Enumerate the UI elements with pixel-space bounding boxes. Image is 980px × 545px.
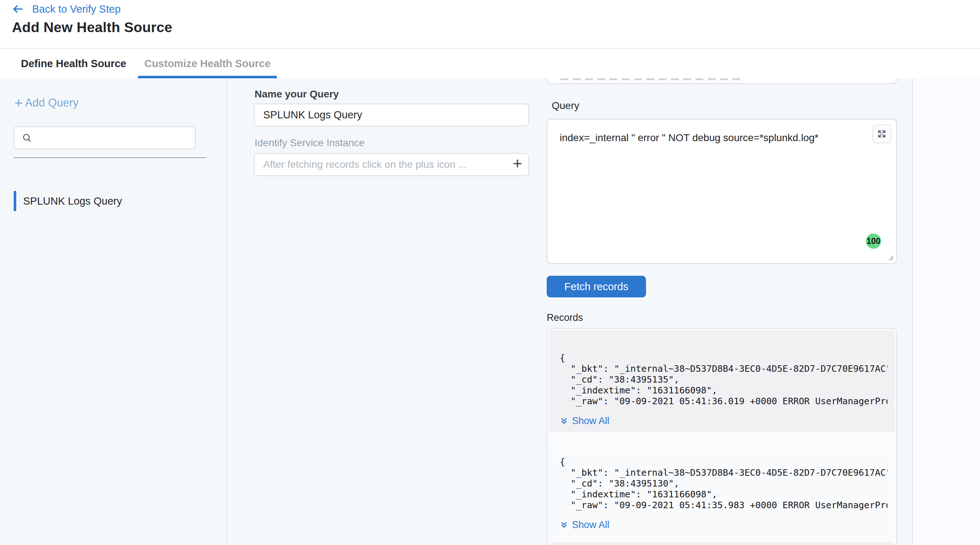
tab-label: Customize Health Source	[145, 58, 271, 70]
service-instance-field: +	[254, 153, 529, 176]
identify-service-instance-label: Identify Service Instance	[255, 137, 365, 149]
sidebar-item-label: SPLUNK Logs Query	[23, 195, 122, 207]
records-list: { "_bkt": "_internal~38~D537D8B4-3EC0-4D…	[549, 330, 895, 545]
right-margin-strip	[913, 78, 980, 545]
show-all-link[interactable]: Show All	[560, 415, 888, 427]
page-title: Add New Health Source	[12, 19, 172, 35]
sidebar-divider	[14, 157, 206, 158]
back-link-label: Back to Verify Step	[32, 3, 121, 15]
double-chevron-down-icon	[560, 521, 568, 529]
selected-indicator-bar	[14, 191, 16, 211]
record-count-badge: 100	[866, 234, 881, 249]
expand-query-button[interactable]	[872, 124, 891, 143]
record-json: { "_bkt": "_internal~38~D537D8B4-3EC0-4D…	[560, 353, 888, 407]
records-label: Records	[547, 312, 583, 323]
tab-label: Define Health Source	[21, 58, 126, 70]
query-list: SPLUNK Logs Query	[0, 189, 226, 213]
plus-icon: +	[14, 95, 23, 110]
tab-customize-health-source[interactable]: Customize Health Source	[138, 49, 277, 78]
sidebar-item-query[interactable]: SPLUNK Logs Query	[0, 189, 226, 213]
resize-handle-icon[interactable]	[886, 253, 895, 262]
tab-define-health-source[interactable]: Define Health Source	[14, 49, 133, 78]
add-query-label: Add Query	[25, 96, 78, 110]
record-json: { "_bkt": "_internal~38~D537D8B4-3EC0-4D…	[560, 456, 888, 511]
record-card: { "_bkt": "_internal~38~D537D8B4-3EC0-4D…	[549, 330, 895, 432]
clipped-top-input[interactable]	[547, 78, 897, 84]
service-instance-input[interactable]	[255, 159, 507, 170]
show-all-label: Show All	[572, 520, 609, 531]
content-area: + Add Query SPLUNK Logs Query Name your …	[0, 78, 980, 545]
back-to-verify-link[interactable]: Back to Verify Step	[12, 3, 121, 15]
fetch-records-button[interactable]: Fetch records	[547, 276, 646, 297]
query-label: Query	[552, 100, 579, 111]
clipped-text-fragment	[560, 78, 741, 80]
query-value: index=_internal " error " NOT debug sour…	[560, 131, 856, 145]
name-your-query-label: Name your Query	[255, 89, 339, 100]
search-input[interactable]	[38, 132, 189, 144]
add-service-instance-plus-icon[interactable]: +	[507, 154, 528, 175]
query-search-box[interactable]	[14, 126, 196, 149]
query-sidebar: + Add Query SPLUNK Logs Query	[0, 78, 227, 545]
records-container: { "_bkt": "_internal~38~D537D8B4-3EC0-4D…	[547, 328, 897, 545]
arrow-left-icon	[12, 3, 24, 15]
record-card: { "_bkt": "_internal~38~D537D8B4-3EC0-4D…	[549, 449, 895, 536]
record-card	[549, 542, 895, 545]
query-name-input[interactable]	[254, 103, 529, 126]
add-query-button[interactable]: + Add Query	[14, 95, 79, 110]
double-chevron-down-icon	[560, 417, 568, 426]
expand-icon	[877, 129, 887, 139]
query-textarea[interactable]: index=_internal " error " NOT debug sour…	[547, 119, 897, 264]
main-panel: Name your Query Identify Service Instanc…	[228, 78, 912, 545]
show-all-label: Show All	[572, 415, 609, 427]
show-all-link[interactable]: Show All	[560, 520, 888, 531]
search-icon	[22, 132, 32, 143]
tab-bar: Define Health Source Customize Health So…	[0, 48, 980, 78]
page-header: Back to Verify Step Add New Health Sourc…	[0, 0, 980, 48]
